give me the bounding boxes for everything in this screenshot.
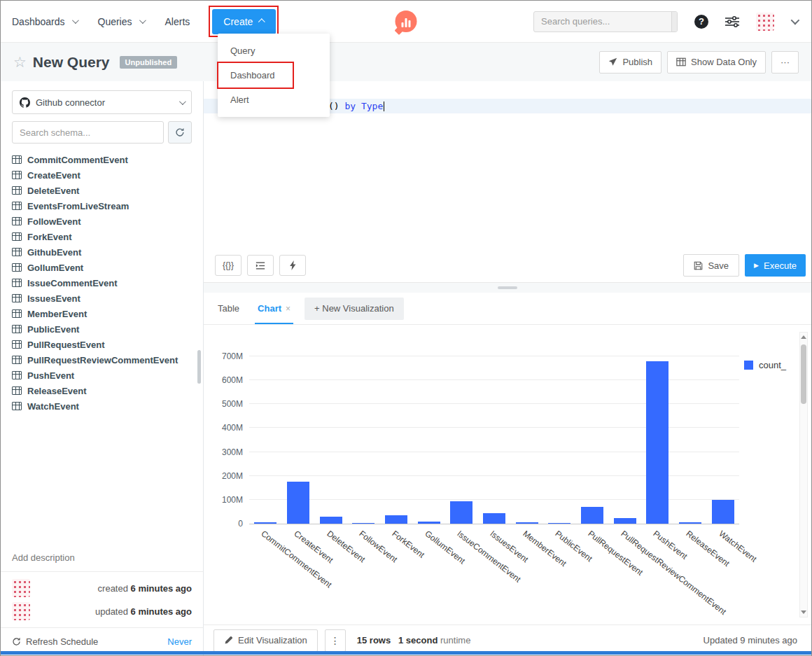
schema-table-item[interactable]: CreateEvent xyxy=(12,167,203,183)
create-button-wrap: Create xyxy=(212,9,276,34)
schema-table-item[interactable]: DeleteEvent xyxy=(12,183,203,198)
settings-sliders-button[interactable] xyxy=(725,16,739,27)
chart-bar xyxy=(450,501,472,524)
table-icon xyxy=(12,279,22,287)
datasource-select[interactable]: Github connector xyxy=(12,90,192,114)
format-icon xyxy=(255,261,265,270)
chart-bar xyxy=(320,517,342,524)
sidebar: Github connector CommitCommentEventCreat… xyxy=(1,81,204,655)
schema-table-item[interactable]: FollowEvent xyxy=(12,214,203,229)
favorite-star-icon[interactable]: ☆ xyxy=(13,55,27,69)
save-label: Save xyxy=(708,260,729,271)
create-menu-item-dashboard[interactable]: Dashboard xyxy=(218,63,330,88)
schema-table-name: PushEvent xyxy=(27,370,74,381)
chart-bar xyxy=(287,482,309,524)
nav-queries[interactable]: Queries xyxy=(98,16,144,27)
chart-scrollbar[interactable] xyxy=(799,332,808,617)
schema-table-item[interactable]: GithubEvent xyxy=(12,244,203,260)
show-data-only-button[interactable]: Show Data Only xyxy=(667,51,766,74)
new-visualization-button[interactable]: + New Visualization xyxy=(304,298,404,320)
schema-table-name: PullRequestReviewCommentEvent xyxy=(27,355,178,365)
created-time: 6 minutes ago xyxy=(131,583,192,594)
refresh-schedule-button[interactable]: Refresh Schedule xyxy=(12,636,98,647)
create-menu-item-alert[interactable]: Alert xyxy=(218,88,330,112)
table-icon xyxy=(12,309,22,318)
schema-table-item[interactable]: PushEvent xyxy=(12,368,203,383)
queries-search xyxy=(533,11,678,32)
table-icon xyxy=(12,186,22,195)
schema-table-name: DeleteEvent xyxy=(27,186,79,196)
y-axis-tick-label: 300M xyxy=(222,447,243,457)
redash-logo-icon[interactable] xyxy=(396,11,417,32)
kebab-menu-button[interactable]: ⋮ xyxy=(325,629,346,652)
refresh-schedule-label: Refresh Schedule xyxy=(26,636,98,647)
y-axis-tick-label: 100M xyxy=(222,495,243,505)
autocomplete-braces-button[interactable]: {{}} xyxy=(215,255,241,276)
schema-table-item[interactable]: GollumEvent xyxy=(12,260,203,275)
schema-table-item[interactable]: CommitCommentEvent xyxy=(12,152,203,167)
search-button[interactable] xyxy=(671,12,678,32)
tab-chart[interactable]: Chart × xyxy=(258,293,290,324)
create-menu-item-query[interactable]: Query xyxy=(218,39,330,63)
question-icon: ? xyxy=(699,16,704,27)
more-button[interactable]: ··· xyxy=(771,51,799,74)
navbar: Dashboards Queries Alerts Create xyxy=(1,1,811,43)
schema-table-name: EventsFromLiveStream xyxy=(27,201,129,211)
execute-button[interactable]: ▶ Execute xyxy=(745,254,806,277)
menu-item-label: Query xyxy=(230,46,255,56)
table-icon xyxy=(12,340,22,349)
github-icon xyxy=(20,97,30,108)
schema-table-item[interactable]: ForkEvent xyxy=(12,229,203,244)
scroll-up-arrow-icon[interactable] xyxy=(801,335,806,339)
chart-legend-item[interactable]: count_ xyxy=(744,360,786,370)
schema-table-name: ForkEvent xyxy=(27,232,72,242)
schema-table-item[interactable]: IssueCommentEvent xyxy=(12,275,203,291)
refresh-schedule-value-link[interactable]: Never xyxy=(167,636,192,647)
search-input[interactable] xyxy=(534,12,671,32)
y-axis-tick-label: 400M xyxy=(222,423,243,433)
save-button[interactable]: Save xyxy=(683,254,739,277)
splitter-drag-handle[interactable] xyxy=(498,286,517,289)
schema-table-item[interactable]: PullRequestEvent xyxy=(12,337,203,352)
chart-bar xyxy=(385,515,407,524)
tab-table[interactable]: Table xyxy=(218,293,239,324)
table-icon xyxy=(12,155,22,164)
close-icon[interactable]: × xyxy=(286,304,290,314)
y-axis-tick-label: 700M xyxy=(222,351,243,361)
nav-dashboards[interactable]: Dashboards xyxy=(12,16,77,27)
scroll-down-arrow-icon[interactable] xyxy=(801,610,806,614)
user-avatar-button[interactable] xyxy=(756,13,774,31)
schema-table-item[interactable]: WatchEvent xyxy=(12,398,203,414)
help-button[interactable]: ? xyxy=(694,15,708,29)
schema-refresh-button[interactable] xyxy=(168,121,192,144)
schema-search-input[interactable] xyxy=(12,121,164,144)
create-button[interactable]: Create xyxy=(212,9,276,34)
window-bottom-edge xyxy=(1,651,811,655)
chevron-down-icon[interactable] xyxy=(791,16,800,25)
visualization-tabs: Table Chart × + New Visualization xyxy=(204,293,811,325)
datasource-name: Github connector xyxy=(36,97,105,108)
chart-bar xyxy=(254,522,276,524)
legend-swatch-icon xyxy=(744,361,753,370)
schema-table-item[interactable]: IssuesEvent xyxy=(12,291,203,306)
chart-scrollbar-thumb[interactable] xyxy=(801,344,806,404)
schema-table-item[interactable]: ReleaseEvent xyxy=(12,383,203,398)
schema-table-item[interactable]: PullRequestReviewCommentEvent xyxy=(12,352,203,368)
schema-table-item[interactable]: PublicEvent xyxy=(12,321,203,337)
publish-button[interactable]: Publish xyxy=(599,51,662,74)
x-axis-label: PullRequestEvent xyxy=(586,529,645,578)
refresh-icon xyxy=(12,637,21,646)
content: Github connector CommitCommentEventCreat… xyxy=(1,81,811,655)
schema-table-item[interactable]: MemberEvent xyxy=(12,306,203,321)
add-description-button[interactable]: Add description xyxy=(1,545,203,571)
schema-table-name: ReleaseEvent xyxy=(27,386,87,396)
autocomplete-toggle-button[interactable] xyxy=(279,255,306,276)
schema-scrollbar-thumb[interactable] xyxy=(197,350,201,384)
schema-table-item[interactable]: EventsFromLiveStream xyxy=(12,198,203,214)
format-query-button[interactable] xyxy=(247,255,274,276)
navbar-right: ? xyxy=(533,11,800,32)
refresh-icon xyxy=(175,127,185,137)
edit-visualization-button[interactable]: Edit Visualization xyxy=(214,629,318,652)
nav-alerts[interactable]: Alerts xyxy=(165,16,190,27)
table-icon xyxy=(12,232,22,241)
